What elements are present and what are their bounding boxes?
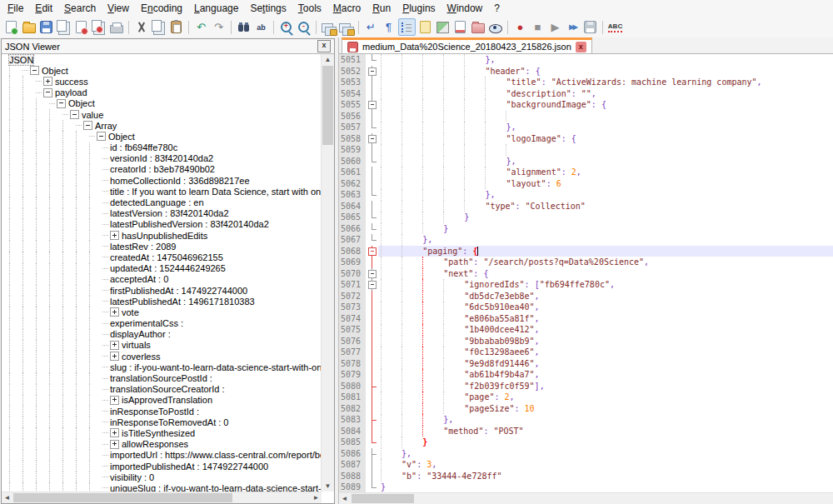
code-text[interactable]: "b": "33444-4e728ff" [378,471,833,482]
code-line[interactable]: 5085} [339,437,833,448]
code-line[interactable]: 5089} [339,482,833,493]
code-text[interactable]: "ab61b4f9b4a7", [378,369,833,381]
fold-margin[interactable] [366,437,378,448]
tree-node[interactable]: vote [2,307,321,317]
code-text[interactable]: "next": { [378,268,833,280]
fold-margin[interactable] [366,369,378,381]
code-line[interactable]: 5064"type": "Collection" [339,201,833,212]
code-text[interactable]: "description": "", [378,88,833,100]
fold-margin[interactable] [366,482,378,493]
scroll-left-icon[interactable]: ◄ [2,492,12,503]
code-text[interactable]: "paging": { [378,246,833,257]
code-text[interactable]: } [378,223,833,235]
code-text[interactable]: "alignment": 2, [378,167,833,178]
collapse-icon[interactable] [43,88,52,97]
tree-node[interactable]: isTitleSynthesized [2,427,321,438]
menu-macro[interactable]: Macro [327,1,367,16]
code-text[interactable]: "pageSize": 10 [378,403,833,415]
playback-button[interactable]: ▶ [547,19,563,35]
code-text[interactable]: "layout": 6 [378,178,833,190]
fold-collapse-icon[interactable] [368,247,377,256]
tree-node[interactable]: latestPublishedAt : 1496171810383 [2,296,321,307]
code-line[interactable]: 5087"v": 3, [339,459,833,471]
menu-search[interactable]: Search [58,1,102,16]
tree-node[interactable]: acceptedAt : 0 [2,274,321,285]
tree-node[interactable]: latestPublishedVersion : 83f420140da2 [2,219,321,230]
fold-margin[interactable] [366,471,378,482]
scroll-down-icon[interactable]: ▼ [322,481,334,492]
code-text[interactable]: }, [378,189,833,201]
fold-margin[interactable] [366,392,378,403]
fold-margin[interactable] [366,246,378,257]
fold-margin[interactable] [366,268,378,280]
code-line[interactable]: 5060}, [339,156,833,167]
tree-node[interactable]: versionId : 83f420140da2 [2,153,321,164]
fold-margin[interactable] [366,336,378,347]
fold-collapse-icon[interactable] [368,270,377,278]
fold-margin[interactable] [366,459,378,471]
tree-node[interactable]: id : fb694ffe780c [2,142,321,153]
code-text[interactable]: "6dc5b910ea40", [378,302,833,313]
tree-node[interactable]: latestRev : 2089 [2,241,321,252]
tree-horizontal-scrollbar[interactable]: ◄ ► [2,492,322,503]
code-text[interactable]: "v": 3, [378,459,833,471]
fold-margin[interactable] [366,88,378,100]
fold-margin[interactable] [366,291,378,302]
fold-collapse-icon[interactable] [368,67,377,76]
code-line[interactable]: 5051}, [339,54,833,66]
zoom-out-button[interactable]: - [296,19,312,35]
code-text[interactable]: "e806ba55a81f", [378,313,833,325]
folder-as-workspace-button[interactable] [470,19,486,35]
code-line[interactable]: 5071"ignoredIds": ["fb694ffe780c", [339,279,833,291]
code-line[interactable]: 5073"6dc5b910ea40", [339,302,833,313]
code-text[interactable]: "method": "POST" [378,426,833,437]
code-text[interactable]: }, [378,156,833,167]
code-line[interactable]: 5077"f0c13298aee6", [339,347,833,358]
find-button[interactable] [236,19,252,35]
fold-margin[interactable] [366,54,378,66]
expand-icon[interactable] [110,428,119,437]
tree-node[interactable]: coverless [2,351,321,362]
tree-node[interactable]: firstPublishedAt : 1474922744000 [2,285,321,296]
fold-margin[interactable] [366,178,378,190]
tree-node[interactable]: creatorId : b3eb78490b02 [2,164,321,175]
code-line[interactable]: 5058"logoImage": { [339,133,833,145]
code-text[interactable]: "type": "Collection" [378,201,833,212]
fold-margin[interactable] [366,257,378,268]
menu-help[interactable]: ? [488,1,506,16]
code-line[interactable]: 5076"9bbabab098b9", [339,336,833,347]
scroll-up-icon[interactable]: ▲ [322,54,334,65]
start-recording-button[interactable]: ● [512,19,528,35]
tree-node[interactable]: isApprovedTranslation [2,395,321,406]
collapse-icon[interactable] [97,132,106,141]
fold-margin[interactable] [366,324,378,336]
code-text[interactable]: }, [378,414,833,426]
code-editor[interactable]: 5051},5052"header": {5053"title": "Activ… [339,54,833,493]
code-line[interactable]: 5055"backgroundImage": { [339,99,833,111]
fold-margin[interactable] [366,234,378,246]
code-line[interactable]: 5072"db5dc7e3eb8e", [339,291,833,302]
fold-margin[interactable] [366,223,378,235]
document-map-button[interactable] [435,19,451,35]
tree-node[interactable]: updatedAt : 1524446249265 [2,263,321,274]
fold-margin[interactable] [366,111,378,122]
tree-node[interactable]: Object [2,131,321,142]
code-line[interactable]: 5083}, [339,414,833,426]
code-text[interactable]: "path": "/search/posts?q=Data%20Science"… [378,257,833,268]
tree-node[interactable]: homeCollectionId : 336d898217ee [2,175,321,186]
fold-collapse-icon[interactable] [368,281,377,289]
run-macro-multiple-times-button[interactable]: ▶▶ [565,19,581,35]
fold-margin[interactable] [366,99,378,111]
tree-node[interactable]: inResponseToRemovedAt : 0 [2,417,321,427]
new-file-button[interactable] [3,19,19,35]
code-text[interactable]: } [378,437,833,448]
code-line[interactable]: 5067}, [339,234,833,246]
tree-node[interactable]: slug : if-you-want-to-learn-data-science… [2,362,321,372]
code-text[interactable]: "backgroundImage": { [378,99,833,111]
fold-margin[interactable] [366,156,378,167]
code-line[interactable]: 5082"pageSize": 10 [339,403,833,415]
copy-button[interactable] [151,19,167,35]
menu-run[interactable]: Run [367,1,397,16]
code-line[interactable]: 5061"alignment": 2, [339,167,833,178]
code-text[interactable] [378,144,833,156]
